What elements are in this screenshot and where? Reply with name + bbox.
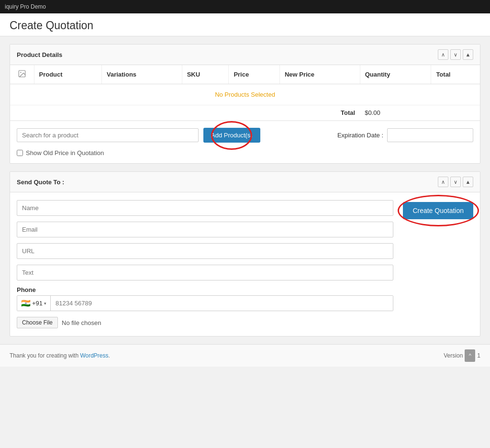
panel-collapse-down-btn[interactable]: ∨ [450, 49, 461, 60]
th-total: Total [431, 65, 480, 84]
scroll-top-btn[interactable]: ^ [465, 349, 475, 362]
total-row-end [431, 105, 480, 121]
url-input[interactable] [17, 243, 393, 259]
show-old-price-checkbox[interactable] [17, 150, 23, 156]
send-quote-expand-btn[interactable]: ▲ [463, 177, 473, 187]
panel-controls: ∧ ∨ ▲ [438, 49, 473, 60]
send-quote-form: Phone 🇮🇳 +91 ▾ Choose File No file chose… [17, 200, 393, 328]
send-quote-panel-header: Send Quote To : ∧ ∨ ▲ [10, 172, 480, 192]
send-quote-panel-controls: ∧ ∨ ▲ [438, 177, 473, 187]
send-quote-collapse-up-btn[interactable]: ∧ [438, 177, 448, 187]
no-file-text: No file chosen [62, 319, 101, 326]
total-row-spacer [10, 105, 279, 121]
no-products-message: No Products Selected [10, 84, 480, 105]
image-col-icon [18, 72, 26, 79]
th-image [10, 65, 34, 84]
create-quotation-btn-wrap: Create Quotation [403, 202, 473, 219]
page-title: Create Quotation [10, 19, 480, 32]
th-price: Price [229, 65, 280, 84]
th-new-price: New Price [279, 65, 360, 84]
product-search-input[interactable] [17, 128, 199, 142]
no-products-row: No Products Selected [10, 84, 480, 105]
add-products-btn[interactable]: Add Product(s) [203, 128, 260, 143]
phone-group: Phone 🇮🇳 +91 ▾ [17, 286, 393, 311]
phone-input-row: 🇮🇳 +91 ▾ [17, 295, 393, 311]
create-quotation-btn[interactable]: Create Quotation [403, 202, 473, 219]
expiration-area: Expiration Date : [337, 128, 473, 142]
footer-version-number: 1 [477, 352, 480, 359]
panel-collapse-up-btn[interactable]: ∧ [438, 49, 448, 60]
text-input[interactable] [17, 265, 393, 280]
email-input[interactable] [17, 222, 393, 237]
footer-text: Thank you for creating with WordPress. [10, 352, 110, 359]
send-quote-collapse-down-btn[interactable]: ∨ [450, 177, 461, 187]
choose-file-btn[interactable]: Choose File [17, 317, 58, 328]
product-details-body: Product Variations SKU Price New Price Q… [10, 65, 480, 163]
phone-label: Phone [17, 286, 393, 293]
top-bar: iquiry Pro Demo [0, 0, 490, 13]
footer: Thank you for creating with WordPress. V… [0, 344, 490, 367]
footer-version-area: Version ^ 1 [444, 349, 480, 362]
phone-dropdown-arrow: ▾ [44, 301, 46, 306]
file-input-row: Choose File No file chosen [17, 317, 393, 328]
product-table: Product Variations SKU Price New Price Q… [10, 65, 480, 121]
phone-flag: 🇮🇳 [21, 299, 31, 308]
product-details-panel-header: Product Details ∧ ∨ ▲ [10, 45, 480, 65]
expiration-date-input[interactable] [387, 128, 473, 142]
panel-expand-btn[interactable]: ▲ [463, 49, 473, 60]
top-bar-title: iquiry Pro Demo [5, 3, 46, 10]
footer-version-text: Version [444, 352, 463, 359]
wordpress-link[interactable]: WordPress [80, 352, 108, 359]
svg-point-1 [20, 72, 21, 73]
th-sku: SKU [182, 65, 229, 84]
send-quote-body: Phone 🇮🇳 +91 ▾ Choose File No file chose… [10, 192, 480, 336]
th-variations: Variations [101, 65, 182, 84]
product-actions-row: Add Product(s) Expiration Date : [10, 121, 480, 149]
send-quote-panel: Send Quote To : ∧ ∨ ▲ Phone 🇮🇳 +91 [10, 171, 480, 336]
phone-number-input[interactable] [51, 296, 393, 311]
show-old-price-label[interactable]: Show Old Price in Quotation [17, 149, 104, 157]
phone-flag-select[interactable]: 🇮🇳 +91 ▾ [17, 296, 51, 311]
main-content: Product Details ∧ ∨ ▲ [0, 36, 490, 344]
expiration-label: Expiration Date : [337, 132, 383, 139]
name-input[interactable] [17, 200, 393, 216]
total-label: Total [279, 105, 360, 121]
product-bottom-row: Show Old Price in Quotation [10, 149, 480, 163]
total-row: Total $0.00 [10, 105, 480, 121]
product-details-title: Product Details [17, 51, 62, 58]
th-product: Product [34, 65, 101, 84]
show-old-price-text: Show Old Price in Quotation [26, 149, 104, 157]
product-details-panel: Product Details ∧ ∨ ▲ [10, 44, 480, 164]
send-quote-title: Send Quote To : [17, 179, 64, 186]
table-header-row: Product Variations SKU Price New Price Q… [10, 65, 480, 84]
page-title-bar: Create Quotation [0, 13, 490, 36]
send-quote-right: Create Quotation [403, 200, 473, 328]
th-quantity: Quantity [360, 65, 431, 84]
add-products-btn-wrap: Add Product(s) [203, 128, 260, 143]
phone-code: +91 [32, 300, 43, 307]
total-value: $0.00 [360, 105, 431, 121]
